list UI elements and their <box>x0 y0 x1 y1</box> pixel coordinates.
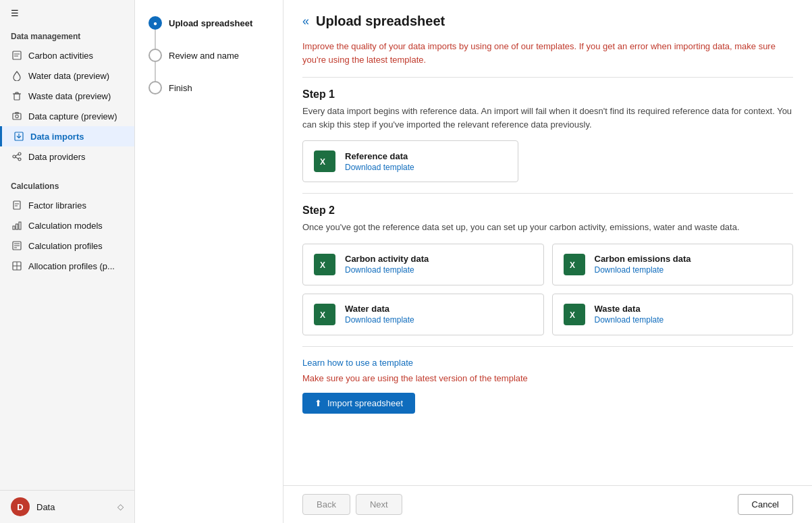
back-arrow-button[interactable]: « <box>302 14 309 28</box>
sidebar-item-calculation-profiles[interactable]: Calculation profiles <box>0 236 134 256</box>
carbon-emissions-download-link[interactable]: Download template <box>595 265 691 275</box>
sidebar: ☰ Data management Carbon activities Wate… <box>0 0 135 523</box>
sidebar-item-water-data[interactable]: Water data (preview) <box>0 65 134 86</box>
water-data-title: Water data <box>345 304 414 314</box>
sidebar-item-label: Factor libraries <box>28 200 86 211</box>
sidebar-item-label: Data providers <box>28 152 86 162</box>
carbon-activity-download-link[interactable]: Download template <box>345 265 429 275</box>
svg-rect-18 <box>13 201 20 209</box>
step-circle-2 <box>148 49 162 62</box>
water-data-info: Water data Download template <box>345 304 414 325</box>
step2-heading: Step 2 <box>302 204 793 217</box>
svg-text:X: X <box>320 310 325 320</box>
svg-point-13 <box>13 155 16 158</box>
sidebar-item-label: Water data (preview) <box>28 71 109 81</box>
svg-rect-21 <box>13 226 15 229</box>
sidebar-item-label: Carbon activities <box>28 51 93 61</box>
waste-icon <box>11 90 23 101</box>
sidebar-item-waste-data[interactable]: Waste data (preview) <box>0 86 134 106</box>
step2-desc: Once you've got the reference data set u… <box>302 221 793 234</box>
reference-card-info: Reference data Download template <box>345 151 414 172</box>
alloc-icon <box>11 260 23 271</box>
sidebar-item-data-capture[interactable]: Data capture (preview) <box>0 106 134 126</box>
sidebar-item-factor-libraries[interactable]: Factor libraries <box>0 195 134 215</box>
reference-download-link[interactable]: Download template <box>345 163 414 172</box>
svg-point-15 <box>18 158 21 161</box>
sidebar-bottom-user[interactable]: D Data ◇ <box>0 490 134 523</box>
svg-rect-22 <box>16 224 18 229</box>
svg-rect-8 <box>13 113 21 119</box>
import-spreadsheet-button[interactable]: ⬆ Import spreadsheet <box>302 393 415 414</box>
main-content: « Upload spreadsheet Improve the quality… <box>283 0 812 523</box>
sidebar-item-carbon-activities[interactable]: Carbon activities <box>0 45 134 65</box>
step-connector-1 <box>155 30 156 49</box>
svg-text:X: X <box>320 157 325 167</box>
providers-icon <box>11 151 23 162</box>
step-review: Review and name <box>148 49 269 81</box>
data-management-title: Data management <box>0 24 134 45</box>
sidebar-item-label: Waste data (preview) <box>28 91 111 101</box>
hamburger-icon: ☰ <box>11 8 19 18</box>
models-icon <box>11 220 23 231</box>
water-icon <box>11 70 23 81</box>
stepper-panel: ● Upload spreadsheet Review and name Fin… <box>135 0 283 523</box>
divider-3 <box>302 346 793 347</box>
carbon-emissions-title: Carbon emissions data <box>595 254 691 264</box>
import-btn-label: Import spreadsheet <box>327 398 403 408</box>
sidebar-item-allocation-profiles[interactable]: Allocation profiles (p... <box>0 256 134 276</box>
svg-text:X: X <box>320 260 325 270</box>
carbon-activities-icon <box>11 50 23 61</box>
step-connector-2 <box>155 62 156 81</box>
carbon-emissions-card[interactable]: X Carbon emissions data Download templat… <box>552 244 794 285</box>
water-data-card[interactable]: X Water data Download template <box>302 294 544 335</box>
water-download-link[interactable]: Download template <box>345 315 414 325</box>
factor-icon <box>11 200 23 211</box>
avatar: D <box>11 497 30 516</box>
carbon-emissions-info: Carbon emissions data Download template <box>595 254 691 275</box>
svg-text:X: X <box>570 260 575 270</box>
excel-icon-water: X <box>314 304 335 325</box>
chevron-icon: ◇ <box>117 502 124 512</box>
info-banner: Improve the quality of your data imports… <box>302 40 793 66</box>
svg-rect-23 <box>19 222 21 229</box>
carbon-activity-card[interactable]: X Carbon activity data Download template <box>302 244 544 285</box>
step-upload: ● Upload spreadsheet <box>148 16 269 49</box>
waste-download-link[interactable]: Download template <box>595 315 664 325</box>
sidebar-item-label: Calculation models <box>28 221 103 231</box>
reference-data-card[interactable]: X Reference data Download template <box>302 140 518 182</box>
cancel-button[interactable]: Cancel <box>738 494 793 515</box>
step-label-1: Upload spreadsheet <box>169 18 252 28</box>
page-title: Upload spreadsheet <box>316 13 445 29</box>
next-button[interactable]: Next <box>356 494 402 515</box>
user-label: Data <box>36 502 111 512</box>
hamburger-menu[interactable]: ☰ <box>0 0 134 24</box>
profiles-icon <box>11 240 23 251</box>
capture-icon <box>11 111 23 121</box>
sidebar-item-data-providers[interactable]: Data providers <box>0 146 134 167</box>
learn-link[interactable]: Learn how to use a template <box>302 358 793 368</box>
divider-1 <box>302 77 793 78</box>
waste-data-card[interactable]: X Waste data Download template <box>552 294 794 335</box>
waste-data-info: Waste data Download template <box>595 304 664 325</box>
excel-icon-waste: X <box>564 304 585 325</box>
step1-heading: Step 1 <box>302 88 793 101</box>
sidebar-item-calculation-models[interactable]: Calculation models <box>0 215 134 236</box>
page-header: « Upload spreadsheet <box>302 13 793 29</box>
svg-point-14 <box>18 153 21 155</box>
sidebar-item-data-imports[interactable]: Data imports <box>0 126 134 146</box>
sidebar-item-label: Data imports <box>30 132 84 142</box>
back-button[interactable]: Back <box>302 494 350 515</box>
step-circle-1: ● <box>148 16 162 30</box>
excel-icon-carbon-emissions: X <box>564 254 585 275</box>
reference-data-card-wrapper: X Reference data Download template <box>302 140 518 182</box>
content-body: « Upload spreadsheet Improve the quality… <box>283 0 812 485</box>
content-footer: Back Next Cancel <box>283 485 812 523</box>
carbon-activity-title: Carbon activity data <box>345 254 429 264</box>
svg-text:X: X <box>570 310 575 320</box>
step2-cards-grid: X Carbon activity data Download template… <box>302 244 793 335</box>
version-warning: Make sure you are using the latest versi… <box>302 373 793 383</box>
svg-line-16 <box>16 155 18 156</box>
step-label-2: Review and name <box>169 51 239 61</box>
carbon-activity-info: Carbon activity data Download template <box>345 254 429 275</box>
svg-line-17 <box>16 157 18 159</box>
